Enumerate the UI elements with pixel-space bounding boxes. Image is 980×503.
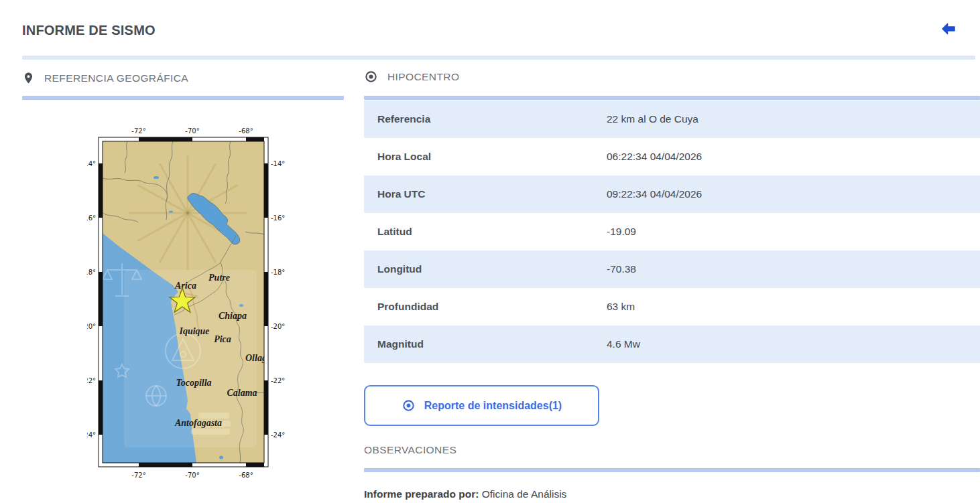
section-geo-reference-header: REFERENCIA GEOGRÁFICA: [22, 70, 188, 86]
hipocentro-section-divider: [364, 96, 980, 100]
table-row-hora-utc: Hora UTC 09:22:34 04/04/2026: [364, 175, 980, 213]
observations-title: OBSERVACIONES: [364, 444, 456, 456]
row-value: 4.6 Mw: [607, 338, 640, 350]
intensity-report-button-label: Reporte de intensidades(1): [424, 400, 562, 412]
row-label: Magnitud: [364, 338, 607, 350]
row-value: 63 km: [607, 301, 635, 313]
table-row-referencia: Referencia 22 km al O de Cuya: [364, 100, 980, 138]
row-label: Hora UTC: [364, 188, 607, 200]
map-city-label: Antofagasta: [174, 418, 222, 428]
section-hipocentro-title: HIPOCENTRO: [387, 71, 459, 83]
row-label: Referencia: [364, 113, 607, 125]
table-row-profundidad: Profundidad 63 km: [364, 288, 980, 326]
map-tick-label: -14°: [271, 160, 285, 167]
hipocentro-table: Referencia 22 km al O de Cuya Hora Local…: [364, 100, 980, 363]
prepared-by-value: Oficina de Análisis: [482, 488, 567, 500]
map-city-label: Calama: [227, 388, 257, 398]
map-tick-label: -70°: [185, 127, 199, 135]
map-city-label: Chiapa: [219, 311, 247, 321]
map-city-label: Putre: [208, 273, 230, 283]
map-tick-label: -20°: [271, 323, 285, 330]
map-tick-label: -16°: [271, 214, 285, 222]
map-tick-label: -68°: [239, 472, 253, 479]
target-dot-icon: [364, 70, 378, 84]
page-title: INFORME DE SISMO: [22, 23, 156, 38]
informe-de-sismo-page: INFORME DE SISMO REFERENCIA GEOGRÁFICA H…: [0, 0, 980, 503]
map-city-label: Pica: [214, 334, 231, 344]
row-value: 09:22:34 04/04/2026: [607, 188, 702, 200]
prepared-by-line: Informe preparado por: Oficina de Anális…: [364, 488, 566, 500]
section-geo-reference-title: REFERENCIA GEOGRÁFICA: [44, 72, 188, 84]
map-tick-label: -18°: [271, 269, 285, 276]
table-row-longitud: Longitud -70.38: [364, 250, 980, 288]
header-divider: [22, 56, 975, 60]
map-tick-label: -68°: [239, 127, 253, 135]
intensity-report-button[interactable]: Reporte de intensidades(1): [364, 385, 599, 426]
map-tick-label: -18°: [87, 269, 96, 276]
map-tick-label: -20°: [87, 323, 96, 330]
row-label: Latitud: [364, 226, 607, 238]
table-row-hora-local: Hora Local 06:22:34 04/04/2026: [364, 138, 980, 175]
epicenter-map-svg: Arica Putre Chiapa Iquique Pica Ollagüe …: [87, 126, 295, 493]
prepared-by-label: Informe preparado por:: [364, 488, 479, 500]
row-label: Profundidad: [364, 301, 607, 313]
table-row-magnitud: Magnitud 4.6 Mw: [364, 326, 980, 363]
row-value: 22 km al O de Cuya: [607, 113, 698, 125]
row-value: -19.09: [607, 226, 636, 238]
back-button[interactable]: [940, 20, 957, 38]
geo-section-divider: [22, 96, 344, 100]
epicenter-map: Arica Putre Chiapa Iquique Pica Ollagüe …: [87, 126, 295, 493]
map-city-label: Arica: [174, 281, 196, 291]
map-tick-label: -14°: [87, 160, 96, 167]
row-label: Longitud: [364, 263, 607, 275]
target-dot-icon: [402, 399, 416, 413]
map-pond: [219, 456, 223, 459]
map-pond: [169, 211, 173, 213]
map-tick-label: -16°: [87, 214, 96, 222]
map-city-label: Tocopilla: [176, 378, 211, 388]
map-tick-label: -70°: [185, 472, 199, 479]
map-pin-icon: [22, 70, 35, 86]
map-tick-label: -22°: [87, 377, 96, 384]
map-tick-label: -72°: [131, 127, 145, 135]
map-pond: [154, 176, 159, 179]
row-value: -70.38: [607, 263, 636, 275]
table-row-latitud: Latitud -19.09: [364, 213, 980, 250]
arrow-left-icon: [940, 21, 957, 37]
map-city-label: Ollagüe: [245, 353, 276, 363]
map-tick-label: -22°: [271, 377, 285, 384]
map-tick-label: -24°: [87, 431, 96, 439]
map-tick-label: -24°: [271, 431, 285, 439]
map-tick-label: -72°: [131, 472, 145, 479]
map-city-label: Iquique: [178, 326, 209, 336]
section-hipocentro-header: HIPOCENTRO: [364, 70, 459, 84]
row-label: Hora Local: [364, 151, 607, 163]
observations-divider: [364, 468, 980, 472]
row-value: 06:22:34 04/04/2026: [607, 151, 702, 163]
